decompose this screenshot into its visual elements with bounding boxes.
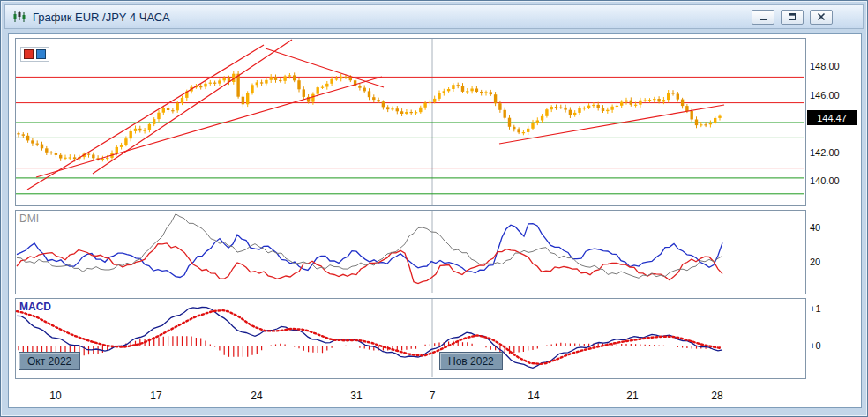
minimize-button[interactable] [752, 10, 774, 25]
app-chart-icon [12, 11, 26, 23]
month-label-oct: Окт 2022 [19, 352, 80, 370]
chart-canvas[interactable] [1, 1, 868, 417]
blue-series-swatch[interactable] [36, 49, 46, 59]
restore-button[interactable] [781, 10, 804, 25]
last-price-tag: 144.47 [807, 110, 857, 125]
chart-window: График EUR /JPY 4 ЧАСА DMI MACD 144.47 О… [0, 0, 868, 417]
window-controls [752, 10, 856, 25]
close-button[interactable] [810, 10, 833, 25]
red-series-swatch[interactable] [24, 49, 34, 59]
close-icon [817, 12, 826, 21]
dmi-panel-label: DMI [19, 212, 39, 225]
month-label-nov: Нов 2022 [439, 352, 503, 370]
minimize-icon [759, 12, 767, 21]
window-title: График EUR /JPY 4 ЧАСА [33, 11, 170, 24]
titlebar[interactable]: График EUR /JPY 4 ЧАСА [4, 4, 864, 29]
series-toolbar [20, 47, 49, 62]
macd-panel-label: MACD [19, 301, 51, 313]
restore-icon [788, 12, 797, 21]
